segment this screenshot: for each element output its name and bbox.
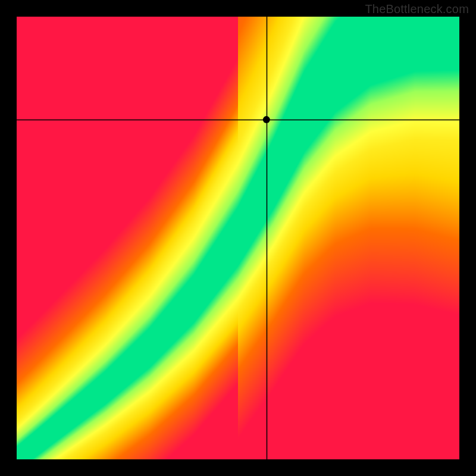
bottleneck-heatmap — [17, 17, 459, 459]
watermark-text: TheBottleneck.com — [365, 2, 469, 16]
heatmap-container — [17, 17, 459, 459]
